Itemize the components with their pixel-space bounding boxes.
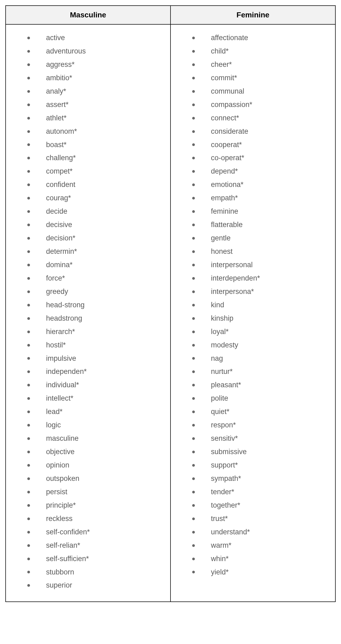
list-item: boast*: [27, 138, 168, 152]
list-item: trust*: [192, 512, 332, 526]
list-item: sensitiv*: [192, 432, 332, 445]
list-item: flatterable: [192, 218, 332, 232]
list-item: nurtur*: [192, 365, 332, 378]
list-item: head-strong: [27, 298, 168, 312]
list-item: persist: [27, 485, 168, 499]
list-item: submissive: [192, 445, 332, 459]
list-item: decision*: [27, 232, 168, 245]
list-item: affectionate: [192, 31, 332, 45]
list-item: lead*: [27, 405, 168, 419]
list-item: hostil*: [27, 339, 168, 352]
list-item: child*: [192, 45, 332, 58]
list-item: understand*: [192, 526, 332, 539]
list-item: modesty: [192, 339, 332, 352]
list-item: commit*: [192, 71, 332, 85]
cell-masculine: activeadventurousaggress*ambitio*analy*a…: [6, 24, 170, 602]
list-item: ambitio*: [27, 71, 168, 85]
list-item: yield*: [192, 566, 332, 579]
list-item: quiet*: [192, 405, 332, 419]
list-feminine: affectionatechild*cheer*commit*communalc…: [173, 31, 332, 579]
list-item: interpersona*: [192, 285, 332, 298]
list-item: connect*: [192, 112, 332, 125]
list-item: sympath*: [192, 472, 332, 485]
list-item: opinion: [27, 459, 168, 472]
list-item: together*: [192, 499, 332, 512]
list-item: determin*: [27, 245, 168, 258]
list-item: principle*: [27, 499, 168, 512]
list-item: self-sufficien*: [27, 552, 168, 566]
list-item: honest: [192, 245, 332, 258]
cell-feminine: affectionatechild*cheer*commit*communalc…: [170, 24, 335, 602]
list-item: gentle: [192, 232, 332, 245]
list-item: domina*: [27, 258, 168, 272]
list-item: reckless: [27, 512, 168, 526]
list-item: nag: [192, 352, 332, 365]
list-item: superior: [27, 579, 168, 592]
list-item: loyal*: [192, 325, 332, 339]
list-item: cheer*: [192, 58, 332, 71]
list-item: assert*: [27, 98, 168, 112]
list-item: compassion*: [192, 98, 332, 112]
list-item: masculine: [27, 432, 168, 445]
word-table: Masculine Feminine activeadventurousaggr…: [5, 5, 336, 602]
list-item: cooperat*: [192, 138, 332, 152]
list-item: decisive: [27, 218, 168, 232]
list-item: feminine: [192, 205, 332, 218]
list-item: interpersonal: [192, 258, 332, 272]
list-item: force*: [27, 272, 168, 285]
list-item: impulsive: [27, 352, 168, 365]
list-item: stubborn: [27, 566, 168, 579]
list-item: whin*: [192, 552, 332, 566]
list-item: aggress*: [27, 58, 168, 71]
list-item: challeng*: [27, 151, 168, 165]
list-item: independen*: [27, 365, 168, 378]
list-item: decide: [27, 205, 168, 218]
list-item: objective: [27, 445, 168, 459]
list-item: hierarch*: [27, 325, 168, 339]
list-item: active: [27, 31, 168, 45]
list-item: autonom*: [27, 125, 168, 138]
list-item: confident: [27, 178, 168, 191]
list-item: interdependen*: [192, 272, 332, 285]
list-item: intellect*: [27, 392, 168, 405]
list-item: emotiona*: [192, 178, 332, 191]
list-item: greedy: [27, 285, 168, 298]
list-item: courag*: [27, 191, 168, 205]
list-item: warm*: [192, 539, 332, 552]
word-table-container: Masculine Feminine activeadventurousaggr…: [5, 5, 336, 602]
list-item: co-operat*: [192, 151, 332, 165]
list-item: kinship: [192, 312, 332, 325]
list-item: pleasant*: [192, 378, 332, 392]
list-item: self-confiden*: [27, 526, 168, 539]
list-item: respon*: [192, 419, 332, 432]
list-item: tender*: [192, 485, 332, 499]
list-item: communal: [192, 85, 332, 98]
list-masculine: activeadventurousaggress*ambitio*analy*a…: [9, 31, 168, 592]
list-item: depend*: [192, 165, 332, 178]
column-header-feminine: Feminine: [170, 6, 335, 24]
list-item: individual*: [27, 378, 168, 392]
list-item: kind: [192, 298, 332, 312]
list-item: outspoken: [27, 472, 168, 485]
list-item: polite: [192, 392, 332, 405]
list-item: headstrong: [27, 312, 168, 325]
list-item: considerate: [192, 125, 332, 138]
list-item: athlet*: [27, 112, 168, 125]
list-item: empath*: [192, 191, 332, 205]
list-item: support*: [192, 459, 332, 472]
list-item: analy*: [27, 85, 168, 98]
list-item: compet*: [27, 165, 168, 178]
list-item: logic: [27, 419, 168, 432]
column-header-masculine: Masculine: [6, 6, 170, 24]
list-item: adventurous: [27, 45, 168, 58]
list-item: self-relian*: [27, 539, 168, 552]
